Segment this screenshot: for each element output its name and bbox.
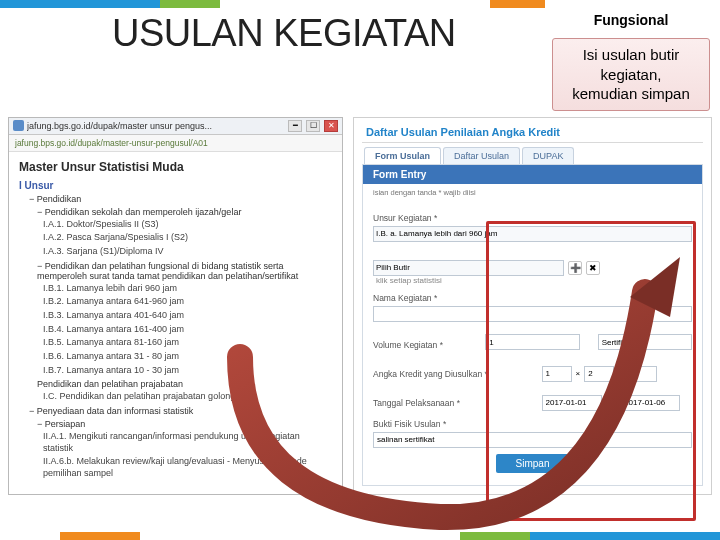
input-volume-1[interactable] (485, 334, 579, 350)
tab-favicon (13, 120, 24, 131)
browser-window-left: jafung.bgs.go.id/dupak/master unsur peng… (8, 117, 343, 495)
hint-text: klik setiap statistisi (376, 276, 692, 285)
bottom-decor-bar (0, 532, 720, 540)
address-bar[interactable]: jafung.bps.go.id/dupak/master-unsur-peng… (9, 135, 342, 152)
tree-item[interactable]: I.A.1. Doktor/Spesialis II (S3) (43, 219, 332, 231)
group-pendidikan[interactable]: − Pendidikan (29, 194, 332, 204)
page-title: USULAN KEGIATAN (112, 12, 456, 55)
input-bukti[interactable] (373, 432, 692, 448)
input-date-to[interactable] (620, 395, 680, 411)
add-icon[interactable]: ➕ (568, 261, 582, 275)
input-date-from[interactable] (542, 395, 602, 411)
tree-item[interactable]: I.C. Pendidikan dan pelatihan prajabatan… (43, 391, 332, 403)
label-angka-kredit: Angka Kredit yang Diusulkan * (373, 369, 524, 379)
window-minimize-button[interactable]: ━ (288, 120, 302, 132)
tree-item[interactable]: II.A.1. Mengikuti rancangan/informasi pe… (43, 431, 332, 454)
date-sd: s.d (606, 398, 617, 407)
tab-daftar-usulan[interactable]: Daftar Usulan (443, 147, 520, 164)
group-penyediaan[interactable]: − Penyediaan data dan informasi statisti… (29, 406, 332, 416)
master-title: Master Unsur Statistisi Muda (19, 160, 332, 174)
tree-item[interactable]: I.B.3. Lamanya antara 401-640 jam (43, 310, 332, 322)
page-label-fungsional: Fungsional (552, 12, 710, 28)
tree-item[interactable]: I.B.4. Lamanya antara 161-400 jam (43, 324, 332, 336)
tree-item[interactable]: I.B.5. Lamanya antara 81-160 jam (43, 337, 332, 349)
tree-item[interactable]: I.B.6. Lamanya antara 31 - 80 jam (43, 351, 332, 363)
input-ak-1[interactable] (542, 366, 572, 382)
label-bukti: Bukti Fisik Usulan * (373, 419, 692, 429)
window-close-button[interactable]: ✕ (324, 120, 338, 132)
form-entry-title: Form Entry (363, 165, 702, 184)
input-ak-2[interactable] (584, 366, 614, 382)
tree-item[interactable]: I.B.7. Lamanya antara 10 - 30 jam (43, 365, 332, 377)
required-note: isian dengan tanda * wajib diisi (363, 184, 702, 201)
instruction-callout: Isi usulan butir kegiatan, kemudian simp… (552, 38, 710, 111)
subgroup-prajabatan[interactable]: Pendidikan dan pelatihan prajabatan (37, 379, 332, 389)
label-volume: Volume Kegiatan * (373, 340, 467, 350)
save-button[interactable]: Simpan (496, 454, 570, 473)
input-nama-kegiatan[interactable] (373, 306, 692, 322)
remove-icon[interactable]: ✖ (586, 261, 600, 275)
eq-sign: = (618, 369, 623, 378)
select-unsur-kegiatan[interactable] (373, 226, 692, 242)
input-ak-3[interactable] (627, 366, 657, 382)
tab-dupak[interactable]: DUPAK (522, 147, 574, 164)
label-nama-kegiatan: Nama Kegiatan * (373, 293, 692, 303)
section-unsur[interactable]: I Unsur (19, 180, 332, 191)
daftar-title: Daftar Usulan Penilaian Angka Kredit (354, 118, 711, 142)
top-decor-bar (0, 0, 720, 8)
select-pilih-butir[interactable] (373, 260, 564, 276)
tab-form-usulan[interactable]: Form Usulan (364, 147, 441, 164)
window-maximize-button[interactable]: ☐ (306, 120, 320, 132)
browser-tab-title[interactable]: jafung.bgs.go.id/dupak/master unsur peng… (27, 121, 284, 131)
subgroup-persiapan[interactable]: − Persiapan (37, 419, 332, 429)
mult-sign: × (576, 369, 581, 378)
tree-item[interactable]: I.A.3. Sarjana (S1)/Diploma IV (43, 246, 332, 258)
subgroup-pelatihan[interactable]: − Pendidikan dan pelatihan fungsional di… (37, 261, 332, 281)
tree-item[interactable]: I.B.2. Lamanya antara 641-960 jam (43, 296, 332, 308)
input-volume-2[interactable] (598, 334, 692, 350)
tree-item[interactable]: II.A.6.b. Melakukan review/kaji ulang/ev… (43, 456, 332, 479)
label-tanggal: Tanggal Pelaksanaan * (373, 398, 524, 408)
tree-item[interactable]: I.A.2. Pasca Sarjana/Spesialis I (S2) (43, 232, 332, 244)
label-unsur-kegiatan: Unsur Kegiatan * (373, 213, 692, 223)
webapp-panel-right: Daftar Usulan Penilaian Angka Kredit For… (353, 117, 712, 495)
tree-item[interactable]: I.B.1. Lamanya lebih dari 960 jam (43, 283, 332, 295)
subgroup-pendidikan-sekolah[interactable]: − Pendidikan sekolah dan memperoleh ijaz… (37, 207, 332, 217)
